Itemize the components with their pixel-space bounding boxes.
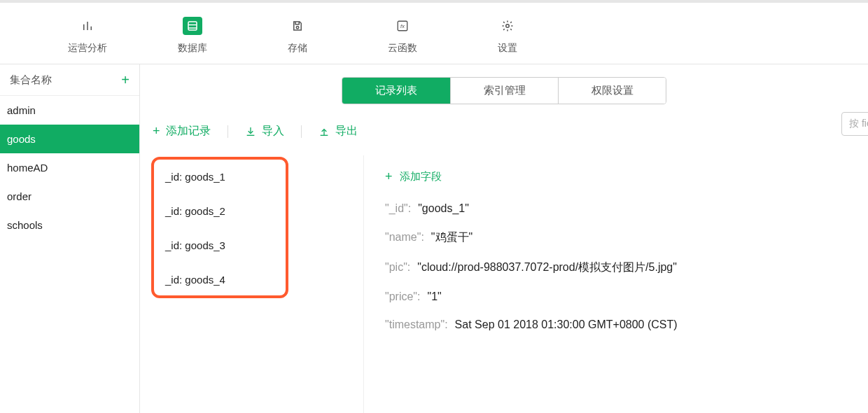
field-value: Sat Sep 01 2018 01:30:00 GMT+0800 (CST) [455, 318, 678, 330]
sidebar: 集合名称 + admingoodshomeADorderschools [0, 64, 140, 413]
field-value: "鸡蛋干" [431, 231, 472, 243]
top-nav-label: 云函数 [388, 42, 417, 55]
plus-icon: + [385, 169, 393, 184]
fx-icon: fx [393, 17, 412, 35]
top-nav-label: 运营分析 [68, 42, 107, 55]
tab-2[interactable]: 权限设置 [558, 78, 666, 104]
action-row: + 添加记录 导入 导出 [153, 124, 868, 139]
top-nav-item-gear[interactable]: 设置 [486, 17, 528, 55]
disk-icon [288, 17, 307, 35]
add-record-label: 添加记录 [166, 124, 211, 139]
add-collection-icon[interactable]: + [121, 73, 130, 87]
field-row: "_id":"goods_1" [385, 202, 847, 215]
field-key: "pic": [385, 261, 410, 273]
field-key: "name": [385, 231, 424, 243]
field-row: "price":"1" [385, 290, 847, 303]
svg-text:fx: fx [400, 23, 405, 29]
top-nav-item-disk[interactable]: 存储 [276, 17, 318, 55]
db-icon [183, 17, 202, 35]
sidebar-item-schools[interactable]: schools [0, 211, 139, 239]
separator [227, 125, 228, 138]
field-row: "name":"鸡蛋干" [385, 230, 847, 245]
top-nav-item-bars[interactable]: 运营分析 [66, 17, 108, 55]
svg-point-4 [506, 24, 510, 28]
sidebar-item-goods[interactable]: goods [0, 125, 139, 153]
field-key: "_id": [385, 202, 411, 214]
import-label: 导入 [262, 124, 284, 139]
sidebar-header: 集合名称 + [0, 64, 139, 96]
tabs-row: 记录列表索引管理权限设置 [140, 64, 868, 104]
plus-icon: + [153, 124, 160, 139]
add-field-button[interactable]: + 添加字段 [385, 169, 847, 184]
import-button[interactable]: 导入 [245, 124, 284, 139]
top-nav-label: 数据库 [178, 42, 207, 55]
record-item[interactable]: _id: goods_3 [154, 228, 363, 262]
tabs: 记录列表索引管理权限设置 [342, 77, 666, 104]
top-nav-label: 设置 [498, 42, 517, 55]
split-pane: _id: goods_1_id: goods_2_id: goods_3_id:… [140, 155, 868, 413]
export-label: 导出 [335, 124, 358, 139]
collection-list: admingoodshomeADorderschools [0, 96, 139, 239]
add-field-label: 添加字段 [400, 170, 442, 183]
field-value: "cloud://prod-988037.7072-prod/模拟支付图片/5.… [417, 261, 677, 273]
export-button[interactable]: 导出 [318, 124, 358, 139]
top-nav-item-db[interactable]: 数据库 [172, 17, 214, 55]
field-row: "timestamp":Sat Sep 01 2018 01:30:00 GMT… [385, 318, 847, 331]
sidebar-item-order[interactable]: order [0, 182, 139, 211]
tab-0[interactable]: 记录列表 [342, 78, 450, 104]
filter-input[interactable]: 按 field:v [841, 112, 868, 136]
top-nav-label: 存储 [288, 42, 307, 55]
top-nav-item-fx[interactable]: fx云函数 [382, 17, 424, 55]
field-key: "price": [385, 290, 420, 302]
record-item[interactable]: _id: goods_4 [154, 262, 363, 297]
add-record-button[interactable]: + 添加记录 [153, 124, 211, 139]
sidebar-item-homeAD[interactable]: homeAD [0, 153, 139, 182]
sidebar-title: 集合名称 [10, 74, 52, 87]
tab-1[interactable]: 索引管理 [450, 78, 558, 104]
field-key: "timestamp": [385, 318, 448, 330]
download-icon [245, 126, 256, 137]
field-row: "pic":"cloud://prod-988037.7072-prod/模拟支… [385, 260, 847, 275]
record-item[interactable]: _id: goods_1 [154, 160, 363, 194]
main-area: 集合名称 + admingoodshomeADorderschools 记录列表… [0, 64, 868, 413]
record-item[interactable]: _id: goods_2 [154, 194, 363, 228]
records-pane: _id: goods_1_id: goods_2_id: goods_3_id:… [154, 155, 364, 413]
separator [301, 125, 302, 138]
field-value: "goods_1" [418, 202, 469, 214]
content: 记录列表索引管理权限设置 + 添加记录 导入 导出 [140, 64, 868, 413]
upload-icon [318, 126, 330, 137]
bars-icon [78, 17, 97, 35]
top-nav: 运营分析数据库存储fx云函数设置 [0, 3, 868, 64]
svg-point-1 [296, 27, 298, 29]
svg-rect-0 [188, 22, 197, 30]
detail-pane: + 添加字段 "_id":"goods_1""name":"鸡蛋干""pic":… [364, 155, 868, 413]
filter-placeholder: 按 field:v [849, 118, 868, 129]
gear-icon [498, 17, 517, 35]
field-value: "1" [427, 290, 441, 302]
sidebar-item-admin[interactable]: admin [0, 96, 139, 125]
